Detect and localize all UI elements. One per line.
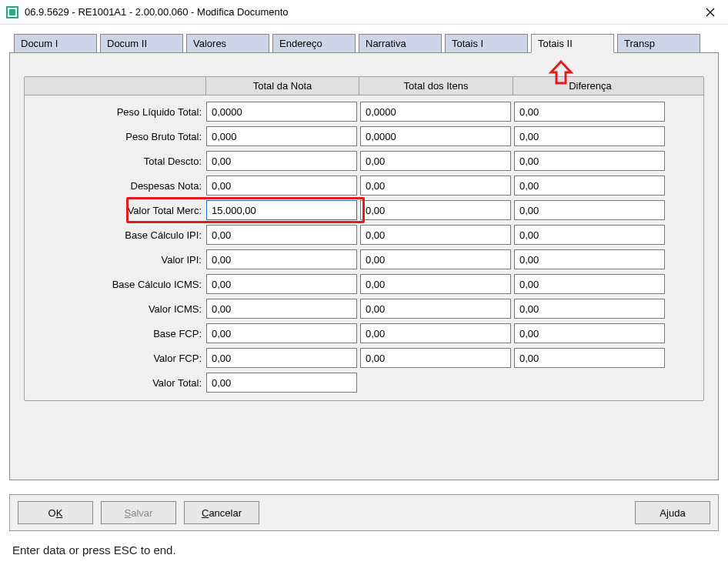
salvar-button[interactable]: Salvar — [101, 501, 176, 524]
window-title: 06.9.5629 - RE1001A1 - 2.00.00.060 - Mod… — [25, 6, 693, 18]
tab-label: Docum II — [107, 38, 147, 49]
tab-narrativa[interactable]: Narrativa — [359, 34, 442, 52]
row-label: Base Cálculo IPI: — [28, 229, 206, 241]
input-itens[interactable]: 0,00 — [360, 225, 511, 245]
tab-label: Narrativa — [366, 38, 406, 49]
row-label: Base FCP: — [28, 328, 206, 339]
input-itens[interactable]: 0,0000 — [360, 102, 511, 122]
input-dif[interactable]: 0,00 — [514, 323, 665, 343]
row-label: Peso Bruto Total: — [28, 131, 206, 142]
tab-totais-ii[interactable]: Totais II — [531, 34, 614, 53]
data-row: Valor Total Merc:15.000,000,000,00 — [28, 200, 700, 220]
data-row: Despesas Nota:0,000,000,00 — [28, 176, 700, 196]
totals-group: Total da Nota Total dos Itens Diferença … — [24, 76, 704, 401]
input-itens[interactable]: 0,0000 — [360, 126, 511, 146]
tab-transp[interactable]: Transp — [617, 34, 700, 52]
input-nota[interactable]: 0,00 — [206, 299, 357, 319]
row-label: Base Cálculo ICMS: — [28, 279, 206, 290]
ajuda-button[interactable]: Ajuda — [635, 501, 710, 524]
input-dif[interactable]: 0,00 — [514, 151, 665, 171]
row-label: Peso Líquido Total: — [28, 106, 206, 118]
input-nota[interactable]: 0,00 — [206, 348, 357, 368]
row-label: Total Descto: — [28, 155, 206, 167]
data-row: Valor Total:0,00 — [28, 373, 700, 393]
input-dif[interactable]: 0,00 — [514, 176, 665, 196]
data-row: Valor FCP:0,000,000,00 — [28, 348, 700, 368]
tab-label: Docum I — [21, 38, 58, 49]
input-dif[interactable]: 0,00 — [514, 102, 665, 122]
row-label: Valor ICMS: — [28, 303, 206, 315]
input-dif[interactable]: 0,00 — [514, 225, 665, 245]
input-itens[interactable]: 0,00 — [360, 274, 511, 294]
row-label: Valor IPI: — [28, 254, 206, 266]
tab-label: Valores — [193, 38, 226, 49]
tab-label: Totais I — [452, 38, 483, 49]
input-itens[interactable]: 0,00 — [360, 249, 511, 269]
close-button[interactable] — [693, 0, 728, 25]
input-dif[interactable]: 0,00 — [514, 249, 665, 269]
data-row: Total Descto:0,000,000,00 — [28, 151, 700, 171]
data-row: Valor ICMS:0,000,000,00 — [28, 299, 700, 319]
tab-endereço[interactable]: Endereço — [272, 34, 356, 52]
input-dif[interactable]: 0,00 — [514, 299, 665, 319]
input-itens[interactable]: 0,00 — [360, 176, 511, 196]
row-label: Despesas Nota: — [28, 180, 206, 192]
data-row: Base FCP:0,000,000,00 — [28, 323, 700, 343]
input-dif[interactable]: 0,00 — [514, 348, 665, 368]
input-nota[interactable]: 0,00 — [206, 249, 357, 269]
tab-label: Transp — [624, 38, 655, 49]
input-itens[interactable]: 0,00 — [360, 151, 511, 171]
row-label: Valor Total: — [28, 377, 206, 389]
data-row: Base Cálculo IPI:0,000,000,00 — [28, 225, 700, 245]
app-icon — [6, 6, 18, 18]
input-nota[interactable]: 0,00 — [206, 225, 357, 245]
tab-label: Endereço — [279, 38, 322, 49]
col-header-nota: Total da Nota — [205, 77, 359, 95]
input-dif[interactable]: 0,00 — [514, 126, 665, 146]
input-nota[interactable]: 0,000 — [206, 126, 357, 146]
input-itens[interactable]: 0,00 — [360, 323, 511, 343]
tab-strip: Docum IDocum IIValoresEndereçoNarrativaT… — [14, 34, 719, 52]
cancelar-button[interactable]: Cancelar — [184, 501, 259, 524]
button-bar: OK Salvar Cancelar Ajuda — [9, 494, 719, 531]
input-nota[interactable]: 0,0000 — [206, 102, 357, 122]
input-itens[interactable]: 0,00 — [360, 200, 511, 220]
tab-label: Totais II — [538, 38, 573, 49]
input-nota[interactable]: 0,00 — [206, 373, 357, 393]
tab-panel-totais-ii: Total da Nota Total dos Itens Diferença … — [9, 53, 719, 480]
column-header-row: Total da Nota Total dos Itens Diferença — [25, 77, 703, 95]
input-nota[interactable]: 0,00 — [206, 323, 357, 343]
input-nota[interactable]: 0,00 — [206, 274, 357, 294]
tab-valores[interactable]: Valores — [186, 34, 269, 52]
input-nota[interactable]: 0,00 — [206, 176, 357, 196]
data-row: Peso Bruto Total:0,0000,00000,00 — [28, 126, 700, 146]
input-dif[interactable]: 0,00 — [514, 200, 665, 220]
input-nota[interactable]: 15.000,00 — [206, 200, 357, 220]
data-row: Peso Líquido Total:0,00000,00000,00 — [28, 102, 700, 122]
titlebar: 06.9.5629 - RE1001A1 - 2.00.00.060 - Mod… — [0, 0, 728, 25]
tab-docum-ii[interactable]: Docum II — [100, 34, 183, 52]
data-row: Valor IPI:0,000,000,00 — [28, 249, 700, 269]
row-label: Valor Total Merc: — [28, 205, 206, 216]
input-dif[interactable]: 0,00 — [514, 274, 665, 294]
tab-docum-i[interactable]: Docum I — [14, 34, 97, 52]
input-nota[interactable]: 0,00 — [206, 151, 357, 171]
ok-button[interactable]: OK — [18, 501, 93, 524]
input-itens[interactable]: 0,00 — [360, 299, 511, 319]
col-header-dif: Diferença — [513, 77, 667, 95]
col-header-itens: Total dos Itens — [359, 77, 513, 95]
row-label: Valor FCP: — [28, 353, 206, 364]
data-row: Base Cálculo ICMS:0,000,000,00 — [28, 274, 700, 294]
input-itens[interactable]: 0,00 — [360, 348, 511, 368]
svg-rect-1 — [9, 9, 15, 15]
tab-totais-i[interactable]: Totais I — [445, 34, 528, 52]
status-bar: Enter data or press ESC to end. — [0, 536, 728, 564]
